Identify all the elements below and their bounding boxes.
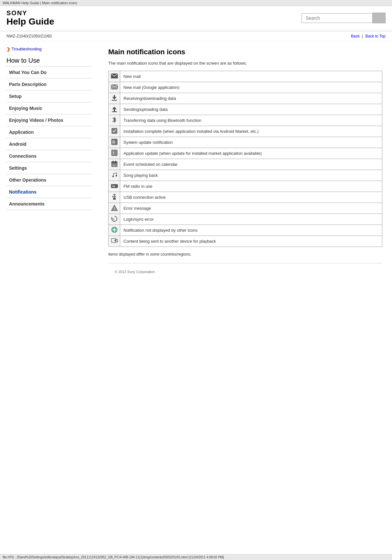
- back-to-top-link[interactable]: Back to Top: [366, 34, 386, 38]
- page-title: Main notification icons: [108, 48, 382, 56]
- svg-rect-18: [111, 162, 117, 163]
- sidebar-link-notifications[interactable]: Notifications: [6, 186, 92, 198]
- bluetooth-icon: [111, 116, 118, 123]
- sidebar-item-notifications[interactable]: Notifications: [6, 186, 92, 198]
- table-row: 1 Event scheduled on calendar: [109, 159, 382, 170]
- icon-cell: !: [109, 148, 120, 159]
- table-row: FM FM radio in use: [109, 181, 382, 192]
- sidebar-item-announcements[interactable]: Announcements: [6, 198, 92, 210]
- desc-cell: Content being sent to another device for…: [120, 236, 382, 247]
- icon-cell: [109, 115, 120, 126]
- svg-point-10: [112, 118, 113, 119]
- sidebar-link-android[interactable]: Android: [6, 138, 92, 150]
- app-update-icon: !: [111, 149, 118, 156]
- search-button[interactable]: [373, 13, 386, 23]
- sidebar-link-settings[interactable]: Settings: [6, 162, 92, 174]
- mail-google-icon: [111, 83, 118, 90]
- icon-cell: [109, 93, 120, 104]
- sidebar: ❯ Troubleshooting How to Use What You Ca…: [0, 41, 99, 287]
- help-guide-title: Help Guide: [6, 17, 54, 27]
- sidebar-item-enjoying-videos-photos[interactable]: Enjoying Videos / Photos: [6, 114, 92, 126]
- notification-table: New mail New mail (Google application): [108, 71, 382, 247]
- table-row: New mail: [109, 71, 382, 82]
- svg-text:FM: FM: [112, 185, 115, 187]
- sidebar-link-enjoying-videos-photos[interactable]: Enjoying Videos / Photos: [6, 114, 92, 126]
- sidebar-link-application[interactable]: Application: [6, 126, 92, 138]
- sidebar-item-application[interactable]: Application: [6, 126, 92, 138]
- table-row: New mail (Google application): [109, 82, 382, 93]
- sidebar-link-other-operations[interactable]: Other Operations: [6, 174, 92, 186]
- desc-cell: Event scheduled on calendar: [120, 159, 382, 170]
- table-row: ! Application update (when update for in…: [109, 148, 382, 159]
- sync-error-icon: !: [111, 215, 118, 222]
- icon-cell: [109, 192, 120, 203]
- svg-rect-37: [116, 239, 118, 242]
- sidebar-item-connections[interactable]: Connections: [6, 150, 92, 162]
- note-text: Items displayed differ in some countries…: [108, 252, 382, 257]
- svg-text:!: !: [113, 218, 114, 221]
- main-content: Main notification icons The main notific…: [99, 41, 392, 287]
- desc-cell: Installation complete (when application …: [120, 126, 382, 137]
- desc-cell: Application update (when update for inst…: [120, 148, 382, 159]
- troubleshooting-arrow-icon: ❯: [6, 47, 10, 52]
- svg-rect-20: [115, 161, 116, 162]
- desc-cell: Sending/uploading data: [120, 104, 382, 115]
- sidebar-item-enjoying-music[interactable]: Enjoying Music: [6, 102, 92, 114]
- sidebar-item-parts-description[interactable]: Parts Description: [6, 79, 92, 90]
- usb-icon: [111, 193, 118, 200]
- svg-point-11: [112, 121, 113, 122]
- table-row: USB connection active: [109, 192, 382, 203]
- main-layout: ❯ Troubleshooting How to Use What You Ca…: [0, 41, 392, 287]
- table-row: ! Login/sync error: [109, 214, 382, 225]
- table-row: Notification not displayed by other icon…: [109, 225, 382, 236]
- nav-separator: |: [362, 34, 363, 38]
- svg-marker-7: [112, 107, 117, 109]
- desc-cell: Error message: [120, 203, 382, 214]
- table-row: Installation complete (when application …: [109, 126, 382, 137]
- svg-text:1: 1: [113, 164, 115, 167]
- icon-cell: [109, 170, 120, 181]
- music-icon: [111, 171, 118, 178]
- svg-text:!: !: [114, 207, 115, 211]
- desc-cell: FM radio in use: [120, 181, 382, 192]
- sidebar-item-setup[interactable]: Setup: [6, 90, 92, 102]
- sidebar-item-settings[interactable]: Settings: [6, 162, 92, 174]
- back-link[interactable]: Back: [351, 34, 360, 38]
- sidebar-item-other-operations[interactable]: Other Operations: [6, 174, 92, 186]
- sidebar-link-announcements[interactable]: Announcements: [6, 198, 92, 210]
- sidebar-nav: What You Can Do Parts Description Setup …: [6, 67, 92, 210]
- sidebar-item-what-you-can-do[interactable]: What You Can Do: [6, 67, 92, 79]
- table-row: ! Error message: [109, 203, 382, 214]
- icon-cell: 1: [109, 159, 120, 170]
- more-notifications-icon: [111, 226, 118, 233]
- svg-rect-27: [113, 198, 116, 200]
- sidebar-link-parts-description[interactable]: Parts Description: [6, 79, 92, 90]
- sidebar-link-what-you-can-do[interactable]: What You Can Do: [6, 67, 92, 78]
- desc-cell: USB connection active: [120, 192, 382, 203]
- error-icon: !: [111, 204, 118, 211]
- sidebar-link-connections[interactable]: Connections: [6, 150, 92, 162]
- svg-rect-19: [113, 161, 113, 162]
- desc-cell: Song playing back: [120, 170, 382, 181]
- svg-rect-29: [115, 196, 116, 197]
- svg-rect-28: [112, 196, 114, 197]
- copyright-text: © 2012 Sony Corporation: [108, 267, 382, 277]
- desc-cell: Notification not displayed by other icon…: [120, 225, 382, 236]
- sidebar-item-android[interactable]: Android: [6, 138, 92, 150]
- sony-logo: SONY: [6, 9, 54, 17]
- icon-cell: !: [109, 203, 120, 214]
- site-header: SONY Help Guide: [0, 6, 392, 31]
- svg-point-22: [112, 175, 114, 177]
- sidebar-link-setup[interactable]: Setup: [6, 90, 92, 102]
- svg-point-23: [115, 175, 117, 176]
- desc-cell: Transferring data using Bluetooth functi…: [120, 115, 382, 126]
- sidebar-link-enjoying-music[interactable]: Enjoying Music: [6, 102, 92, 114]
- calendar-icon: 1: [111, 160, 118, 167]
- icon-cell: !: [109, 214, 120, 225]
- search-input[interactable]: [302, 13, 373, 23]
- troubleshooting-link[interactable]: ❯ Troubleshooting: [6, 47, 92, 52]
- mail-icon: [111, 72, 118, 79]
- desc-cell: Login/sync error: [120, 214, 382, 225]
- icon-cell: [109, 225, 120, 236]
- upload-icon: [111, 105, 118, 112]
